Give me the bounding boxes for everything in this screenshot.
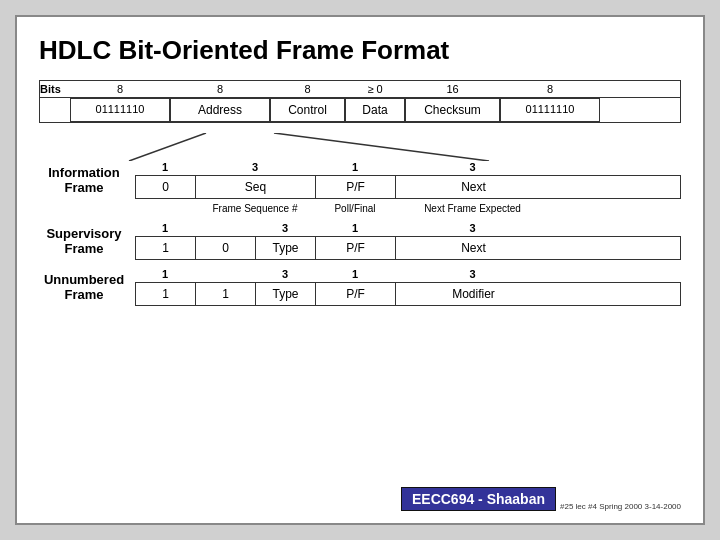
unn-sub-bit-1: 1 <box>135 268 195 280</box>
svg-line-0 <box>129 133 206 161</box>
info-field-next: Next <box>396 176 551 198</box>
sup-field-type: Type <box>256 237 316 259</box>
bit-count-4: ≥ 0 <box>345 83 405 95</box>
info-field-row: 0 Seq P/F Next <box>135 175 681 199</box>
supervisory-frame-row: Supervisory Frame 1 3 1 3 1 0 Type P/F N <box>39 222 681 260</box>
unn-field-1: 1 <box>196 283 256 305</box>
footer-small: #25 lec #4 Spring 2000 3-14-2000 <box>560 502 681 511</box>
supervisory-frame-inner: 1 3 1 3 1 0 Type P/F Next <box>135 222 681 260</box>
unn-sub-bit-5: 3 <box>395 268 550 280</box>
svg-line-1 <box>274 133 489 161</box>
sup-field-1: 0 <box>196 237 256 259</box>
unnumbered-frame-label: Unnumbered Frame <box>39 268 129 302</box>
footer-badge: EECC694 - Shaaban <box>401 487 556 511</box>
info-frame-label: Information Frame <box>39 161 129 195</box>
top-frame-diagram: Bits 8 8 8 ≥ 0 16 8 01111110 Address Con… <box>39 80 681 133</box>
sup-field-pf: P/F <box>316 237 396 259</box>
sup-sub-bit-2 <box>195 222 255 234</box>
sup-field-next: Next <box>396 237 551 259</box>
bit-count-6: 8 <box>500 83 600 95</box>
unnumbered-frame-inner: 1 3 1 3 1 1 Type P/F Modifier <box>135 268 681 306</box>
unn-field-type: Type <box>256 283 316 305</box>
unn-field-modifier: Modifier <box>396 283 551 305</box>
unnumbered-frame-row: Unnumbered Frame 1 3 1 3 1 1 Type P/F Mo <box>39 268 681 306</box>
field-flag2: 01111110 <box>500 98 600 122</box>
bit-count-5: 16 <box>405 83 500 95</box>
field-flag1: 01111110 <box>70 98 170 122</box>
info-field-0: 0 <box>136 176 196 198</box>
field-address: Address <box>170 98 270 122</box>
supervisory-frame-label: Supervisory Frame <box>39 222 129 256</box>
bit-count-2: 8 <box>170 83 270 95</box>
hdlc-frame-table: Bits 8 8 8 ≥ 0 16 8 01111110 Address Con… <box>39 80 681 123</box>
footer: EECC694 - Shaaban #25 lec #4 Spring 2000… <box>39 481 681 511</box>
field-data: Data <box>345 98 405 122</box>
info-sub-bit-3: 1 <box>315 161 395 173</box>
unnumbered-field-row: 1 1 Type P/F Modifier <box>135 282 681 306</box>
sup-sub-bit-4: 1 <box>315 222 395 234</box>
sup-sub-bit-1: 1 <box>135 222 195 234</box>
bits-label: Bits <box>40 83 70 95</box>
field-control: Control <box>270 98 345 122</box>
sup-sub-bit-3: 3 <box>255 222 315 234</box>
info-sub-bit-1: 1 <box>135 161 195 173</box>
unn-field-0: 1 <box>136 283 196 305</box>
unn-sub-bit-2 <box>195 268 255 280</box>
info-field-seq: Seq <box>196 176 316 198</box>
info-sub-bit-2: 3 <box>195 161 315 173</box>
annot-next: Next Frame Expected <box>395 203 550 214</box>
annot-pf: Poll/Final <box>315 203 395 214</box>
annot-seq: Frame Sequence # <box>195 203 315 214</box>
unn-sub-bit-4: 1 <box>315 268 395 280</box>
unn-field-pf: P/F <box>316 283 396 305</box>
sup-field-0: 1 <box>136 237 196 259</box>
info-frame-row: Information Frame 1 3 1 3 0 Seq P/F Next <box>39 161 681 214</box>
info-field-pf: P/F <box>316 176 396 198</box>
bit-count-3: 8 <box>270 83 345 95</box>
frame-types-section: Information Frame 1 3 1 3 0 Seq P/F Next <box>39 161 681 481</box>
unn-sub-bit-3: 3 <box>255 268 315 280</box>
supervisory-field-row: 1 0 Type P/F Next <box>135 236 681 260</box>
bit-count-1: 8 <box>70 83 170 95</box>
slide: HDLC Bit-Oriented Frame Format Bits 8 8 … <box>15 15 705 525</box>
slide-title: HDLC Bit-Oriented Frame Format <box>39 35 681 66</box>
connector-lines <box>69 133 599 161</box>
field-checksum: Checksum <box>405 98 500 122</box>
sup-sub-bit-5: 3 <box>395 222 550 234</box>
info-frame-inner: 1 3 1 3 0 Seq P/F Next Frame Sequence # … <box>135 161 681 214</box>
info-sub-bit-4: 3 <box>395 161 550 173</box>
